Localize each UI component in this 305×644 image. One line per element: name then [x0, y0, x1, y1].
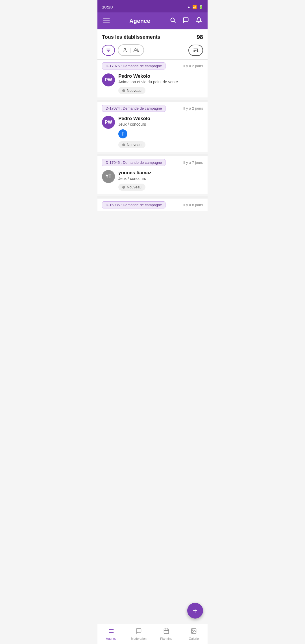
- app-bar-title: Agence: [129, 18, 150, 24]
- card-3-avatar: YT: [102, 170, 115, 183]
- card-2-time: Il y a 2 jours: [183, 106, 203, 110]
- card-3-category: Jeux / concours: [118, 176, 203, 181]
- wifi-icon: ▲: [187, 5, 191, 9]
- nav-planning[interactable]: Planning: [152, 624, 180, 644]
- card-4-time: Il y a 8 jours: [183, 203, 203, 207]
- app-bar-right-icons: [169, 16, 203, 26]
- galerie-nav-icon: [191, 628, 197, 636]
- signal-icon: 📶: [192, 5, 197, 9]
- svg-rect-2: [103, 22, 110, 23]
- card-1-body[interactable]: PW Pedro Wekolo Animation et vie du poin…: [97, 72, 208, 97]
- status-time: 10:20: [102, 5, 113, 9]
- facebook-icon: f: [118, 129, 127, 138]
- svg-rect-17: [164, 629, 169, 634]
- card-3-status-dot: [122, 186, 125, 189]
- filter-toggle-button[interactable]: [102, 45, 115, 56]
- card-2-info: Pedro Wekolo Jeux / concours f Nouveau: [118, 116, 203, 148]
- card-1-status-badge: Nouveau: [118, 87, 145, 94]
- agence-nav-label: Agence: [106, 637, 116, 640]
- nav-agence[interactable]: Agence: [97, 624, 125, 644]
- card-2-avatar: PW: [102, 116, 115, 129]
- card-2-category: Jeux / concours: [118, 122, 203, 127]
- chat-button[interactable]: [182, 16, 190, 26]
- svg-point-8: [124, 48, 126, 50]
- establishments-title: Tous les établissements: [102, 34, 160, 40]
- card-3: D-17045 : Demande de campagne Il y a 7 j…: [97, 156, 208, 194]
- content-list: D-17075 : Demande de campagne Il y a 2 j…: [97, 60, 208, 644]
- nav-moderation[interactable]: Modération: [125, 624, 153, 644]
- card-2-status-dot: [122, 143, 125, 146]
- filter-row: |: [102, 44, 203, 56]
- card-2-tag: D-17074 : Demande de campagne: [102, 105, 165, 112]
- svg-point-3: [171, 18, 175, 22]
- menu-button[interactable]: [102, 16, 111, 26]
- galerie-nav-label: Galerie: [189, 637, 199, 640]
- divider-line: |: [130, 47, 131, 53]
- filter-left: |: [102, 44, 144, 56]
- sort-button[interactable]: [188, 45, 203, 56]
- status-icons: ▲ 📶 🔋: [187, 5, 203, 9]
- card-4-tag: D-16985 : Demande de campagne: [102, 201, 165, 208]
- battery-icon: 🔋: [199, 5, 203, 9]
- nav-galerie[interactable]: Galerie: [180, 624, 208, 644]
- card-4-header: D-16985 : Demande de campagne Il y a 8 j…: [97, 199, 208, 211]
- card-2-status-label: Nouveau: [127, 143, 141, 147]
- user-type-button[interactable]: |: [118, 44, 144, 56]
- card-1-name: Pedro Wekolo: [118, 73, 203, 79]
- svg-point-9: [135, 49, 136, 50]
- notification-button[interactable]: [195, 16, 203, 26]
- moderation-nav-icon: [136, 628, 142, 636]
- card-4: D-16985 : Demande de campagne Il y a 8 j…: [97, 199, 208, 211]
- card-1-status-label: Nouveau: [127, 88, 141, 93]
- card-2-name: Pedro Wekolo: [118, 116, 203, 121]
- card-2-social: f: [118, 129, 203, 138]
- card-2-header: D-17074 : Demande de campagne Il y a 2 j…: [97, 102, 208, 115]
- card-3-tag: D-17045 : Demande de campagne: [102, 159, 165, 166]
- card-3-body[interactable]: YT younes tiamaz Jeux / concours Nouveau: [97, 169, 208, 194]
- svg-rect-0: [103, 18, 110, 19]
- svg-rect-1: [103, 20, 110, 21]
- card-3-time: Il y a 7 jours: [183, 160, 203, 165]
- card-1-time: Il y a 2 jours: [183, 64, 203, 68]
- status-bar: 10:20 ▲ 📶 🔋: [97, 0, 208, 12]
- card-3-status-badge: Nouveau: [118, 184, 145, 191]
- search-button[interactable]: [169, 16, 177, 26]
- svg-line-4: [174, 21, 175, 23]
- card-1: D-17075 : Demande de campagne Il y a 2 j…: [97, 60, 208, 97]
- establishments-count: 98: [197, 34, 203, 40]
- agence-nav-icon: [108, 628, 114, 636]
- planning-nav-icon: [163, 628, 169, 636]
- card-2-body[interactable]: PW Pedro Wekolo Jeux / concours f Nouvea…: [97, 115, 208, 152]
- card-3-name: younes tiamaz: [118, 170, 203, 176]
- fab-add-button[interactable]: +: [187, 603, 203, 619]
- card-1-header: D-17075 : Demande de campagne Il y a 2 j…: [97, 60, 208, 72]
- moderation-nav-label: Modération: [131, 637, 147, 640]
- svg-point-22: [193, 630, 193, 630]
- card-3-status-label: Nouveau: [127, 185, 141, 189]
- bottom-nav: Agence Modération Planning: [97, 624, 208, 644]
- establishments-row: Tous les établissements 98: [102, 34, 203, 40]
- header-section: Tous les établissements 98 |: [97, 29, 208, 60]
- card-2: D-17074 : Demande de campagne Il y a 2 j…: [97, 102, 208, 152]
- card-2-status-badge: Nouveau: [118, 141, 145, 148]
- card-1-category: Animation et vie du point de vente: [118, 80, 203, 84]
- planning-nav-label: Planning: [160, 637, 172, 640]
- card-1-tag: D-17075 : Demande de campagne: [102, 62, 165, 69]
- app-bar: Agence: [97, 12, 208, 29]
- card-1-status-dot: [122, 89, 125, 92]
- card-1-info: Pedro Wekolo Animation et vie du point d…: [118, 73, 203, 94]
- card-1-avatar: PW: [102, 73, 115, 86]
- card-3-info: younes tiamaz Jeux / concours Nouveau: [118, 170, 203, 191]
- card-3-header: D-17045 : Demande de campagne Il y a 7 j…: [97, 156, 208, 169]
